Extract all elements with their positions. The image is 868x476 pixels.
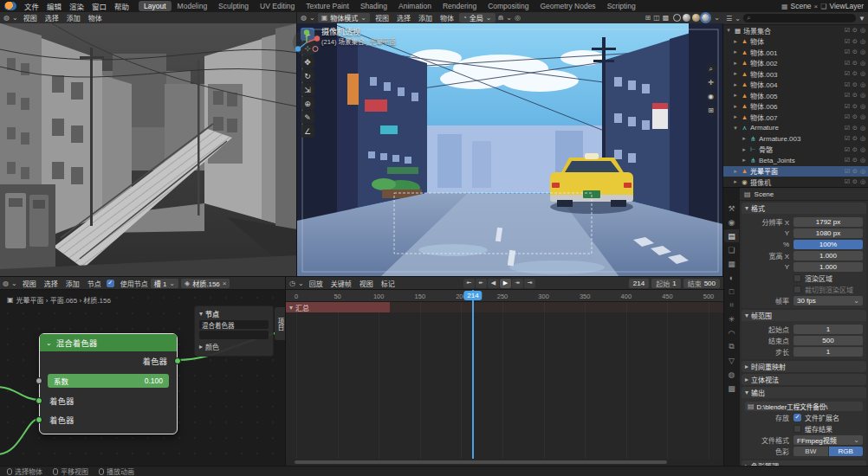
overlays-icon[interactable]: ◫ xyxy=(653,14,660,22)
editor-type-outliner-icon[interactable]: ☰ xyxy=(726,15,732,23)
timeline-track-area[interactable] xyxy=(286,302,723,459)
workspace-tab-sculpting[interactable]: Sculpting xyxy=(213,1,254,11)
resolution-y-field[interactable]: 1080 px xyxy=(794,228,863,238)
workspace-tab-geometry-nodes[interactable]: Geometry Nodes xyxy=(534,1,600,11)
editor-type-caret-icon[interactable]: ⌄ xyxy=(309,14,315,22)
transform-orientation-dropdown[interactable]: ◔ 全局 ⌄ xyxy=(459,13,496,23)
object-name[interactable]: 物体.004 xyxy=(750,80,843,89)
resolution-percent-slider[interactable]: 100% xyxy=(794,240,863,249)
object-name[interactable]: 物体 xyxy=(750,36,843,46)
menu-keying[interactable]: 关键帧 xyxy=(328,279,354,288)
chevron-down-icon[interactable]: ⌄ xyxy=(298,280,304,287)
checkbox-icon[interactable]: ☑ xyxy=(845,146,850,153)
tab-physics-icon[interactable]: ◠ xyxy=(724,326,739,339)
tab-material-icon[interactable]: ◍ xyxy=(724,368,739,381)
object-name[interactable]: 物体.001 xyxy=(750,48,843,57)
hide-viewport-icon[interactable]: ⊙ xyxy=(852,178,858,185)
menu-view[interactable]: 视图 xyxy=(357,279,376,288)
frame-step-field[interactable]: 1 xyxy=(794,347,863,357)
outliner-row-collection[interactable]: ▾ ▦ 场景集合 ☑⊙◎ xyxy=(723,25,868,36)
workspace-tab-animation[interactable]: Animation xyxy=(393,1,437,11)
hide-render-icon[interactable]: ◎ xyxy=(860,70,865,77)
outliner-row-active[interactable]: ▸▲光晕平面☑⊙◎ xyxy=(723,166,868,177)
expand-icon[interactable]: ▸ xyxy=(732,81,739,88)
outliner-row[interactable]: ▸▲物体.007☑⊙◎ xyxy=(723,112,868,123)
expand-icon[interactable]: ▸ xyxy=(732,38,739,45)
tab-modifiers-icon[interactable]: ⌗ xyxy=(724,299,739,312)
menu-edit[interactable]: 编辑 xyxy=(43,1,65,11)
checkbox-icon[interactable]: ☑ xyxy=(845,38,850,45)
hide-viewport-icon[interactable]: ⊙ xyxy=(852,60,858,67)
tab-texture-icon[interactable]: ▩ xyxy=(724,382,739,395)
menu-select-left[interactable]: 选择 xyxy=(42,13,62,23)
tab-scene-icon[interactable]: ▦ xyxy=(724,257,739,270)
outliner-row-camera[interactable]: ▸◉摄像机☑⊙◎ xyxy=(723,177,868,188)
frame-end-field[interactable]: 500 xyxy=(794,336,863,345)
scene-unlink-icon[interactable]: × xyxy=(814,3,819,10)
hide-render-icon[interactable]: ◎ xyxy=(860,125,865,132)
expand-icon[interactable]: ▸ xyxy=(732,178,739,185)
outliner-row[interactable]: ▸▲物体☑⊙◎ xyxy=(723,36,868,48)
tab-world-icon[interactable]: ◐ xyxy=(724,271,739,284)
menu-marker[interactable]: 标记 xyxy=(379,279,398,288)
navigation-gizmo[interactable] xyxy=(292,28,718,281)
hide-render-icon[interactable]: ◎ xyxy=(860,60,865,67)
pan-icon[interactable]: ✛ xyxy=(705,77,716,88)
play-button[interactable]: ▶ xyxy=(500,279,511,288)
hide-viewport-icon[interactable]: ⊙ xyxy=(852,70,858,77)
hide-render-icon[interactable]: ◎ xyxy=(860,103,865,110)
expand-icon[interactable]: ▸ xyxy=(732,70,739,77)
tab-view-layer-icon[interactable]: ❏ xyxy=(724,243,739,256)
material-slot-dropdown[interactable]: 槽 1⌄ xyxy=(151,279,178,288)
outliner-row-armature[interactable]: ▾⋏Armature☑⊙◎ xyxy=(723,123,868,134)
checkbox-icon[interactable]: ☑ xyxy=(845,178,850,185)
breadcrumb-scene[interactable]: Scene xyxy=(755,190,774,198)
object-name[interactable]: 物体.003 xyxy=(750,69,843,79)
hide-render-icon[interactable]: ◎ xyxy=(860,27,865,34)
blender-logo-icon[interactable] xyxy=(4,2,16,10)
resolution-x-field[interactable]: 1792 px xyxy=(794,217,863,227)
xray-toggle-icon[interactable]: ▩ xyxy=(663,14,670,22)
jump-to-end-button[interactable]: ⇥ xyxy=(524,279,535,288)
frame-end-field[interactable]: 结束500 xyxy=(683,279,720,288)
checkbox-icon[interactable]: ☑ xyxy=(845,60,850,67)
summary-channel[interactable]: ▾ 汇总 xyxy=(286,302,390,312)
snap-magnet-icon[interactable]: ⋒ xyxy=(498,14,504,22)
menu-view[interactable]: 视图 xyxy=(20,279,39,288)
object-name[interactable]: 物体.007 xyxy=(750,113,843,122)
panel-header-stereoscopy[interactable]: ▸ 立体视法 xyxy=(742,374,866,385)
chevron-down-icon[interactable]: ⌄ xyxy=(11,280,17,287)
color-rgb-button[interactable]: RGB xyxy=(829,447,864,456)
node-header[interactable]: ⌄ 混合着色器 xyxy=(40,334,177,351)
menu-render[interactable]: 渲染 xyxy=(66,1,87,11)
expand-icon[interactable]: ▸ xyxy=(732,92,739,99)
checkbox-icon[interactable]: ☑ xyxy=(845,92,850,99)
mode-dropdown[interactable]: ▣ 物体模式 ⌄ xyxy=(318,13,370,23)
hide-render-icon[interactable]: ◎ xyxy=(860,157,865,164)
checkbox-icon[interactable]: ☑ xyxy=(845,103,850,110)
next-keyframe-button[interactable]: ↠ xyxy=(512,279,523,288)
outliner-row[interactable]: ▸▲物体.002☑⊙◎ xyxy=(723,58,868,69)
current-frame-badge[interactable]: 214 xyxy=(463,291,482,300)
object-name[interactable]: 物体.002 xyxy=(750,58,843,68)
hide-viewport-icon[interactable]: ⊙ xyxy=(852,38,858,45)
hide-viewport-icon[interactable]: ⊙ xyxy=(852,103,858,110)
aspect-y-field[interactable]: 1.000 xyxy=(794,262,863,272)
outliner-row[interactable]: ▸▲物体.001☑⊙◎ xyxy=(723,47,868,58)
hide-viewport-icon[interactable]: ⊙ xyxy=(852,168,858,175)
workspace-tab-compositing[interactable]: Compositing xyxy=(483,1,534,11)
menu-object[interactable]: 物体 xyxy=(437,13,457,23)
shading-solid-icon[interactable] xyxy=(683,14,690,22)
perspective-toggle-icon[interactable]: ⊞ xyxy=(705,105,716,116)
workspace-tab-uv-editing[interactable]: UV Editing xyxy=(255,1,300,11)
snap-target-caret-icon[interactable]: ⌄ xyxy=(506,14,512,22)
outliner-row[interactable]: ▸⋔Beta_Joints☑⊙◎ xyxy=(723,155,868,166)
shader-output-socket[interactable] xyxy=(174,357,181,364)
expand-icon[interactable]: ▸ xyxy=(732,60,739,67)
expand-icon[interactable]: ▾ xyxy=(725,27,732,34)
frame-start-field[interactable]: 起始1 xyxy=(651,279,680,288)
outliner-row[interactable]: ▸▲物体.004☑⊙◎ xyxy=(723,80,868,91)
material-selector[interactable]: ◈材质.156× xyxy=(181,279,230,288)
crop-region-checkbox[interactable] xyxy=(794,286,801,293)
hide-viewport-icon[interactable]: ⊙ xyxy=(852,125,858,132)
